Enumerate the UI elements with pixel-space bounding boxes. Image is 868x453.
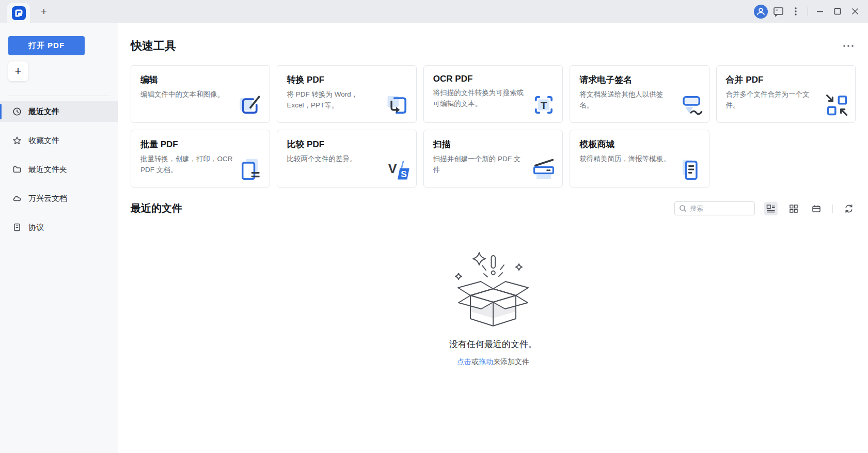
user-avatar-icon: [754, 5, 768, 19]
more-ellipsis-icon[interactable]: [841, 41, 856, 51]
card-compare-pdf[interactable]: 比较 PDF 比较两个文件的差异。 V S: [277, 130, 416, 188]
empty-message: 没有任何最近的文件。: [449, 338, 537, 350]
grid-empty-cell: [716, 130, 856, 188]
list-view-button[interactable]: [764, 202, 778, 215]
account-button[interactable]: [752, 0, 769, 23]
batch-icon: [238, 156, 264, 183]
controls-divider: [832, 205, 833, 213]
ocr-icon: T: [530, 91, 557, 118]
recent-files-title: 最近的文件: [131, 201, 182, 215]
click-to-add-link[interactable]: 点击: [457, 357, 471, 366]
card-edit[interactable]: 编辑 编辑文件中的文本和图像。: [131, 65, 270, 123]
empty-actions: 点击或拖动来添加文件: [457, 357, 529, 367]
sidebar-item-recent-files[interactable]: 最近文件: [0, 101, 118, 122]
quick-tools-grid: 编辑 编辑文件中的文本和图像。 转换 PDF 将 PDF 转换为 Word，Ex…: [131, 65, 856, 188]
empty-state: 没有任何最近的文件。 点击或拖动来添加文件: [131, 252, 856, 367]
titlebar: +: [0, 0, 868, 23]
app-logo-icon: [12, 6, 26, 20]
titlebar-divider: [808, 7, 808, 16]
grid-view-button[interactable]: [787, 202, 800, 215]
sidebar-item-agreement[interactable]: 协议: [0, 217, 118, 238]
clock-icon: [12, 107, 22, 116]
card-merge-pdf[interactable]: 合并 PDF 合并多个文件合并为一个文件。: [716, 65, 856, 123]
add-file-suffix: 来添加文件: [493, 357, 529, 366]
kebab-menu-button[interactable]: [787, 0, 804, 23]
minimize-button[interactable]: [811, 0, 829, 23]
sidebar-item-favorites[interactable]: 收藏文件: [0, 130, 118, 151]
refresh-button[interactable]: [842, 202, 856, 215]
or-text: 或: [471, 357, 479, 366]
titlebar-controls: [752, 0, 864, 23]
sidebar: 打开 PDF + 最近文件 收藏文件: [0, 23, 118, 453]
empty-box-illustration: [438, 252, 549, 329]
recent-files-controls: [674, 201, 856, 215]
scan-icon: [530, 156, 557, 183]
sidebar-item-label: 最近文件: [28, 107, 59, 117]
card-batch-pdf[interactable]: 批量 PDF 批量转换，创建，打印，OCR PDF 文档。: [131, 130, 270, 188]
cloud-icon: [12, 194, 22, 203]
feedback-button[interactable]: [769, 0, 787, 23]
calendar-view-button[interactable]: [810, 202, 823, 215]
main-panel: 快速工具 编辑 编辑文件中的文本和图像。: [118, 23, 868, 453]
svg-text:S: S: [401, 169, 407, 179]
sidebar-divider: [8, 96, 110, 96]
sidebar-item-label: 收藏文件: [28, 136, 59, 146]
card-ocr-pdf[interactable]: OCR PDF 将扫描的文件转换为可搜索或可编辑的文本。 T: [423, 65, 563, 123]
calendar-view-icon: [811, 204, 822, 214]
convert-icon: [384, 91, 411, 118]
star-icon: [12, 136, 22, 145]
merge-icon: [823, 91, 850, 118]
add-file-button[interactable]: +: [8, 61, 28, 81]
card-scan[interactable]: 扫描 扫描并创建一个新的 PDF 文件: [423, 130, 563, 188]
sidebar-item-recent-folders[interactable]: 最近文件夹: [0, 159, 118, 180]
search-box[interactable]: [674, 201, 755, 215]
close-button[interactable]: [846, 0, 864, 23]
content-row: 打开 PDF + 最近文件 收藏文件: [0, 23, 868, 453]
search-icon: [679, 205, 687, 212]
open-pdf-button[interactable]: 打开 PDF: [8, 36, 85, 55]
app-window: +: [0, 0, 868, 453]
sidebar-item-label: 万兴云文档: [28, 194, 67, 204]
quick-tools-title: 快速工具: [131, 38, 176, 54]
list-view-icon: [766, 204, 776, 214]
grid-view-icon: [788, 204, 799, 214]
recent-files-header: 最近的文件: [131, 201, 856, 215]
app-tab[interactable]: [7, 3, 30, 23]
sidebar-item-label: 协议: [28, 223, 44, 232]
card-convert-pdf[interactable]: 转换 PDF 将 PDF 转换为 Word，Excel，PPT等。: [277, 65, 416, 123]
compare-icon: V S: [384, 156, 411, 183]
template-icon: [677, 156, 704, 183]
refresh-icon: [844, 204, 854, 214]
esign-icon: [677, 91, 704, 118]
svg-text:V: V: [388, 161, 397, 176]
folder-icon: [12, 165, 22, 174]
sidebar-item-label: 最近文件夹: [28, 165, 67, 175]
quick-tools-header: 快速工具: [131, 38, 856, 54]
new-tab-button[interactable]: +: [37, 5, 51, 18]
drag-to-add-link[interactable]: 拖动: [479, 357, 493, 366]
agreement-icon: [12, 223, 22, 232]
card-esign[interactable]: 请求电子签名 将文档发送给其他人以供签名。: [570, 65, 709, 123]
sidebar-item-cloud-docs[interactable]: 万兴云文档: [0, 188, 118, 209]
edit-icon: [238, 91, 264, 118]
search-input[interactable]: [690, 205, 750, 212]
maximize-button[interactable]: [829, 0, 846, 23]
svg-text:T: T: [541, 99, 547, 111]
card-template-mall[interactable]: 模板商城 获得精美简历，海报等模板。: [570, 130, 709, 188]
